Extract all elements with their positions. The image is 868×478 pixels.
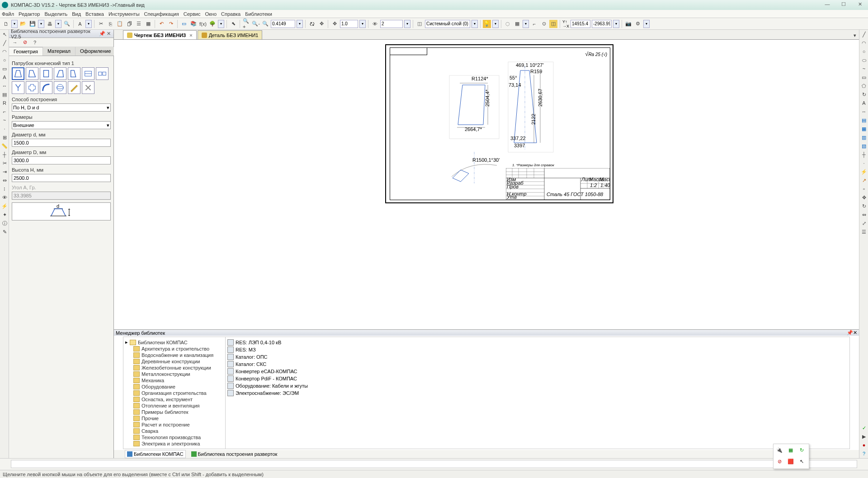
menu-help[interactable]: Справка — [221, 11, 241, 17]
r-apply-icon[interactable]: ✓ — [860, 424, 868, 431]
shape-edit[interactable] — [68, 81, 80, 94]
tree-item[interactable]: Архитектура и строительство — [142, 346, 209, 351]
highlight-icon[interactable]: 💡 — [483, 20, 491, 28]
snap-icon[interactable]: ◌ — [504, 20, 512, 28]
panel-stop-icon[interactable]: ⊘ — [21, 38, 29, 47]
rect-tool-icon[interactable]: ▭ — [1, 65, 8, 72]
menu-insert[interactable]: Вставка — [85, 11, 104, 17]
r-arc-icon[interactable]: ◠ — [860, 39, 868, 47]
sizes-combo[interactable]: Внешние▾ — [12, 121, 111, 129]
print-dropdown[interactable]: ▾ — [55, 20, 61, 28]
tree-item[interactable]: Механика — [142, 378, 164, 383]
tree-item[interactable]: Металлоконструкции — [142, 371, 190, 377]
tree-icon[interactable]: 🌳 — [208, 20, 217, 28]
tree-item[interactable]: Примеры библиотек — [142, 409, 188, 415]
list-item[interactable]: Каталог: ОПС — [236, 354, 268, 360]
measure-tool-icon[interactable]: 📏 — [1, 142, 8, 150]
maximize-button[interactable]: ☐ — [837, 1, 850, 9]
shape-sphere[interactable] — [54, 81, 66, 94]
refresh-icon[interactable]: 🗘 — [308, 20, 316, 28]
r-break-icon[interactable]: ⚡ — [860, 168, 868, 175]
widget-icon-5[interactable]: 🟥 — [787, 457, 795, 465]
extend-tool-icon[interactable]: ⇥ — [1, 168, 8, 175]
r-align-icon[interactable]: ☰ — [860, 228, 868, 235]
menu-spec[interactable]: Спецификация — [144, 11, 179, 17]
library-icon[interactable]: 📚 — [189, 20, 198, 28]
r-circle-icon[interactable]: ○ — [860, 48, 868, 55]
chamfer-tool-icon[interactable]: ⌐ — [1, 108, 8, 115]
open-icon[interactable]: 📂 — [19, 20, 27, 28]
tree-item[interactable]: Отопление и вентиляция — [142, 403, 200, 408]
shape-y[interactable] — [12, 81, 24, 94]
r-point-icon[interactable]: · — [860, 159, 868, 167]
menu-editor[interactable]: Редактор — [19, 11, 40, 17]
r-ellipse-icon[interactable]: ⬭ — [860, 56, 868, 64]
tree-root[interactable]: Библиотеки КОМПАС — [138, 340, 188, 345]
r-fill-icon[interactable]: ▦ — [860, 125, 868, 132]
view-tool-icon[interactable]: 👁 — [1, 194, 8, 201]
scale-input[interactable] — [340, 20, 358, 28]
grid-dropdown[interactable]: ▾ — [523, 20, 529, 28]
r-grid-icon[interactable]: ▥ — [860, 134, 868, 141]
menu-window[interactable]: Окно — [205, 11, 217, 17]
dimension-tool-icon[interactable]: ↔ — [1, 82, 8, 89]
pan-icon[interactable]: ✥ — [317, 20, 326, 28]
command-input[interactable] — [11, 460, 857, 468]
libtab-unfold[interactable]: Библиотека построения разверток — [189, 450, 279, 458]
tree-item[interactable]: Оснастка, инструмент — [142, 397, 193, 402]
point-tool-icon[interactable]: · — [1, 125, 8, 132]
zoom-fit-icon[interactable]: 🔍 — [261, 20, 269, 28]
libtab-kompas[interactable]: Библиотеки КОМПАС — [125, 450, 186, 458]
clipboard-icon[interactable]: 🗍 — [125, 20, 133, 28]
layer-icon[interactable]: ◫ — [415, 20, 424, 28]
r-move-icon[interactable]: ✥ — [860, 194, 868, 201]
list-item[interactable]: Каталог: СКС — [236, 361, 266, 367]
mirror-tool-icon[interactable]: ⇔ — [1, 177, 8, 184]
highlight-dropdown[interactable]: ▾ — [492, 20, 499, 28]
new-dropdown[interactable]: ▾ — [11, 20, 18, 28]
undo-icon[interactable]: ↶ — [157, 20, 165, 28]
zoom-out-icon[interactable]: 🔍- — [252, 20, 260, 28]
widget-icon-4[interactable]: ⊘ — [775, 457, 783, 465]
font-dropdown[interactable]: ▾ — [85, 20, 92, 28]
menu-select[interactable]: Выделить — [44, 11, 67, 17]
round-icon[interactable]: ⊙ — [540, 20, 548, 28]
coord-x-input[interactable] — [571, 20, 590, 28]
font-icon[interactable]: A — [76, 20, 84, 28]
tab-geometry[interactable]: Геометрия — [9, 47, 43, 56]
r-table-icon[interactable]: ▧ — [860, 142, 868, 150]
panel-pin-icon[interactable]: 📌 — [99, 31, 105, 37]
list-item[interactable]: RES: МЗ — [236, 347, 256, 352]
height-input[interactable] — [12, 174, 111, 182]
tree-item[interactable]: Расчет и построение — [142, 422, 190, 427]
zoom-dropdown[interactable]: ▾ — [297, 20, 303, 28]
doc-tabs-menu-icon[interactable]: ▾ — [851, 31, 859, 39]
tree-item[interactable]: Прочие — [142, 416, 159, 421]
fx-icon[interactable]: f(x) — [199, 20, 207, 28]
r-mirror-icon[interactable]: ⇔ — [860, 211, 868, 218]
widget-icon-2[interactable]: ▦ — [787, 446, 795, 454]
shape-cone-1[interactable] — [12, 67, 24, 80]
r-leader-icon[interactable]: ↗ — [860, 177, 868, 184]
list-item[interactable]: RES: ЛЭП 0,4-10 кВ — [236, 340, 281, 345]
r-hatch-icon[interactable]: ▤ — [860, 117, 868, 124]
misc-tool-icon[interactable]: ✎ — [1, 228, 8, 235]
arc-tool-icon[interactable]: ◠ — [1, 48, 8, 55]
menu-file[interactable]: Файл — [2, 11, 14, 17]
r-text-icon[interactable]: A — [860, 99, 868, 107]
pointer-tool-icon[interactable]: ↖ — [1, 31, 8, 38]
save-dropdown[interactable]: ▾ — [38, 20, 44, 28]
shape-half[interactable] — [68, 67, 80, 80]
zoom-input[interactable] — [271, 20, 295, 28]
text-tool-icon[interactable]: A — [1, 74, 8, 81]
group-tool-icon[interactable]: ⊞ — [1, 134, 8, 141]
arrow-icon[interactable]: ⬉ — [229, 20, 237, 28]
r-help-icon[interactable]: ? — [860, 450, 868, 457]
build-method-combo[interactable]: По H, D и d▾ — [12, 103, 111, 112]
r-play-icon[interactable]: ▶ — [860, 433, 868, 440]
menu-libraries[interactable]: Библиотеки — [245, 11, 272, 17]
library-tree[interactable]: ▸Библиотеки КОМПАС Архитектура и строите… — [123, 337, 226, 449]
libmgr-close-icon[interactable]: ✕ — [853, 330, 857, 336]
library-list[interactable]: RES: ЛЭП 0,4-10 кВ RES: МЗ Каталог: ОПС … — [226, 337, 849, 449]
layer-dropdown[interactable]: ▾ — [472, 20, 478, 28]
